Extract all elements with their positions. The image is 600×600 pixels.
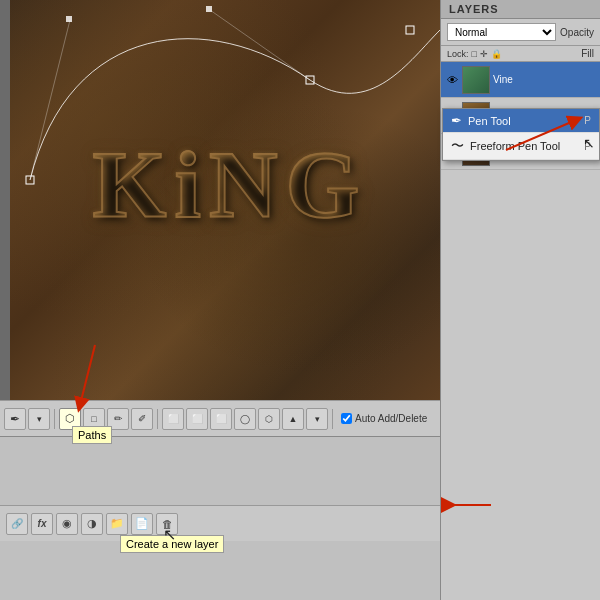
svg-line-1	[210, 10, 310, 80]
layers-panel-title: LAYERS	[441, 0, 600, 19]
shape3[interactable]: ⬜	[210, 408, 232, 430]
auto-add-delete-area: Auto Add/Delete	[341, 413, 427, 424]
lock-row: Lock: □ ✛ 🔒 Fill	[441, 46, 600, 62]
link-layers-button[interactable]: 🔗	[6, 513, 28, 535]
svg-rect-4	[206, 6, 212, 12]
canvas-area: KiNG ✒ ▾ ⬡ □ ✏ ✐ ⬜ ⬜ ⬜ ◯ ⬡ ▲ ▾ Auto Add/…	[0, 0, 440, 600]
pen-tool-option[interactable]: ✒ Pen Tool P	[443, 109, 599, 133]
new-group-button[interactable]: 📁	[106, 513, 128, 535]
arrow-annotation-layer	[441, 490, 491, 520]
pencil-tool[interactable]: ✐	[131, 408, 153, 430]
arrow-dropdown[interactable]: ▾	[28, 408, 50, 430]
toolbar-separator	[54, 409, 55, 429]
lock-move-icon[interactable]: ✛	[480, 49, 488, 59]
opacity-label: Opacity	[560, 27, 594, 38]
new-layer-tooltip-text: Create a new layer	[126, 538, 218, 550]
svg-rect-5	[306, 76, 314, 84]
blend-mode-select[interactable]: Normal	[447, 23, 556, 41]
shape1[interactable]: ⬜	[162, 408, 184, 430]
shape5[interactable]: ⬡	[258, 408, 280, 430]
layer-eye-vine[interactable]: 👁	[445, 73, 459, 87]
king-text: KiNG	[20, 130, 440, 240]
auto-add-delete-label: Auto Add/Delete	[355, 413, 427, 424]
layer-effects-button[interactable]: fx	[31, 513, 53, 535]
layers-blend-controls: Normal Opacity	[441, 19, 600, 46]
layer-item-vine[interactable]: 👁 Vine	[441, 62, 600, 98]
delete-layer-button[interactable]: 🗑	[156, 513, 178, 535]
layer-thumb-vine	[462, 66, 490, 94]
rectangle-tool[interactable]: □	[83, 408, 105, 430]
lock-all-icon[interactable]: 🔒	[491, 49, 502, 59]
layer-name-vine: Vine	[493, 74, 596, 85]
freeform-pen-tool-option[interactable]: 〜 Freeform Pen Tool P	[443, 133, 599, 160]
pen-tool-icon: ✒	[451, 113, 462, 128]
new-layer-tooltip: Create a new layer	[120, 535, 224, 553]
new-layer-button[interactable]: 📄	[131, 513, 153, 535]
svg-rect-6	[406, 26, 414, 34]
layers-title-text: LAYERS	[449, 3, 499, 15]
pen-tool-button[interactable]: ✒	[4, 408, 26, 430]
layers-panel: LAYERS Normal Opacity Lock: □ ✛ 🔒 Fill 👁…	[440, 0, 600, 600]
pen-freeform[interactable]: ✏	[107, 408, 129, 430]
toolbar: ✒ ▾ ⬡ □ ✏ ✐ ⬜ ⬜ ⬜ ◯ ⬡ ▲ ▾ Auto Add/Delet…	[0, 400, 440, 436]
shape-dropdown[interactable]: ▾	[306, 408, 328, 430]
shape2[interactable]: ⬜	[186, 408, 208, 430]
svg-rect-3	[66, 16, 72, 22]
adjustment-layer-button[interactable]: ◑	[81, 513, 103, 535]
freeform-pen-icon: 〜	[451, 137, 464, 155]
pen-tool-menu: ✒ Pen Tool P 〜 Freeform Pen Tool P	[442, 108, 600, 161]
toolbar-sep2	[157, 409, 158, 429]
lock-checkbox-icon[interactable]: □	[472, 49, 477, 59]
freeform-pen-shortcut: P	[584, 141, 591, 152]
lock-label: Lock:	[447, 49, 469, 59]
pen-tool-label: Pen Tool	[468, 115, 511, 127]
shape4[interactable]: ◯	[234, 408, 256, 430]
freeform-pen-label: Freeform Pen Tool	[470, 140, 560, 152]
canvas-background: KiNG	[10, 0, 440, 400]
paths-button[interactable]: ⬡	[59, 408, 81, 430]
pen-tool-shortcut: P	[584, 115, 591, 126]
fill-label: Fill	[581, 48, 594, 59]
layer-mask-button[interactable]: ◉	[56, 513, 78, 535]
auto-add-delete-checkbox[interactable]	[341, 413, 352, 424]
shape6[interactable]: ▲	[282, 408, 304, 430]
toolbar-sep3	[332, 409, 333, 429]
